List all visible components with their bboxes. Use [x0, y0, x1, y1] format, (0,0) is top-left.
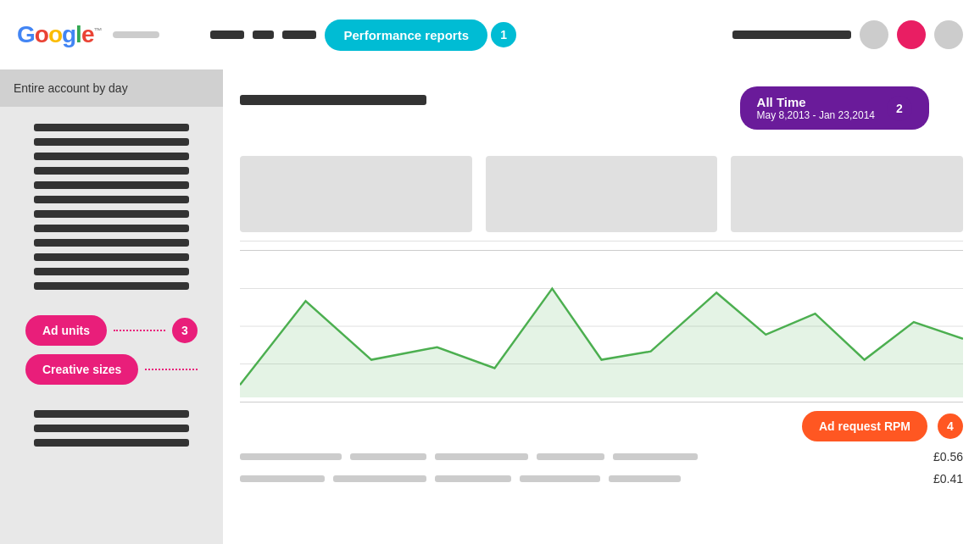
- ad-request-row: Ad request RPM 4: [240, 411, 963, 441]
- badge-2: 2: [887, 96, 912, 121]
- nav-bar-1[interactable]: [210, 31, 244, 39]
- sidebar-bar: [34, 181, 189, 189]
- sidebar-bottom-bars: [0, 393, 223, 464]
- cards-row: [240, 156, 963, 232]
- header: Google™ Performance reports 1: [0, 0, 980, 69]
- main-content: All Time May 8,2013 - Jan 23,2014 2 Ad r…: [223, 69, 980, 544]
- sidebar-bar: [34, 167, 189, 175]
- sidebar-bar: [34, 124, 189, 131]
- table-value-2: £0.41: [921, 472, 963, 486]
- dotted-line-1: [114, 330, 165, 331]
- creative-sizes-button[interactable]: Creative sizes: [25, 354, 138, 385]
- sidebar-bar: [34, 239, 189, 247]
- table-col: [613, 453, 698, 460]
- dotted-line-2: [145, 369, 198, 370]
- sidebar-bar: [34, 196, 189, 203]
- header-search-bar: [732, 31, 851, 39]
- sidebar-bar: [34, 253, 189, 261]
- ad-request-rpm-button[interactable]: Ad request RPM: [802, 411, 927, 441]
- table-col: [609, 475, 681, 482]
- sidebar-bar: [34, 282, 189, 290]
- table-col: [240, 475, 325, 482]
- creative-sizes-row: Creative sizes: [25, 354, 198, 385]
- ad-units-button[interactable]: Ad units: [25, 315, 107, 346]
- table-col: [333, 475, 426, 482]
- date-range-pill[interactable]: All Time May 8,2013 - Jan 23,2014 2: [740, 86, 929, 130]
- sidebar-bar: [34, 210, 189, 218]
- sidebar-bar-bottom: [34, 439, 189, 447]
- table-col: [537, 453, 604, 460]
- sidebar-bar: [34, 225, 189, 232]
- circle-button-1[interactable]: [860, 20, 888, 49]
- table-area: £0.56 £0.41: [240, 450, 963, 486]
- badge-3: 3: [172, 318, 198, 343]
- chart-area: [240, 250, 963, 402]
- date-range-title: All Time: [757, 95, 806, 109]
- badge-4: 4: [938, 414, 963, 439]
- table-col: [350, 453, 426, 460]
- table-row: £0.41: [240, 472, 963, 486]
- sidebar-bar-bottom: [34, 425, 189, 432]
- table-value-1: £0.56: [921, 450, 963, 464]
- card-3: [731, 156, 963, 232]
- date-range-subtitle: May 8,2013 - Jan 23,2014: [757, 109, 875, 121]
- table-row: £0.56: [240, 450, 963, 464]
- chart-svg: [240, 251, 963, 402]
- badge-1: 1: [491, 22, 516, 47]
- circle-button-2[interactable]: [934, 20, 963, 49]
- sidebar-account-label[interactable]: Entire account by day: [0, 69, 223, 107]
- sidebar-buttons: Ad units 3 Creative sizes: [0, 307, 223, 393]
- performance-reports-button[interactable]: Performance reports: [325, 19, 487, 51]
- chart-fill: [240, 289, 963, 398]
- sidebar-bar: [34, 268, 189, 275]
- main-title-bar: [240, 95, 426, 105]
- sidebar-top-bars: [0, 107, 223, 307]
- card-2: [486, 156, 718, 232]
- table-col: [435, 475, 511, 482]
- nav-bar-2[interactable]: [253, 31, 274, 39]
- header-nav: [210, 31, 316, 39]
- table-col: [435, 453, 528, 460]
- sidebar-bar-bottom: [34, 410, 189, 418]
- circle-button-pink[interactable]: [897, 20, 926, 49]
- table-col: [520, 475, 600, 482]
- date-range-text: All Time May 8,2013 - Jan 23,2014: [757, 95, 875, 121]
- logo-sub-bar: [113, 31, 159, 38]
- sidebar-bar: [34, 153, 189, 160]
- sidebar: Entire account by day Ad units 3 Creativ…: [0, 69, 223, 544]
- divider-1: [240, 241, 963, 241]
- table-col: [240, 453, 342, 460]
- nav-bar-3[interactable]: [282, 31, 316, 39]
- google-logo-text: Google™: [17, 21, 101, 48]
- ad-units-row: Ad units 3: [25, 315, 198, 346]
- card-1: [240, 156, 472, 232]
- sidebar-bar: [34, 138, 189, 146]
- header-right: [732, 20, 963, 49]
- google-logo: Google™: [17, 21, 159, 48]
